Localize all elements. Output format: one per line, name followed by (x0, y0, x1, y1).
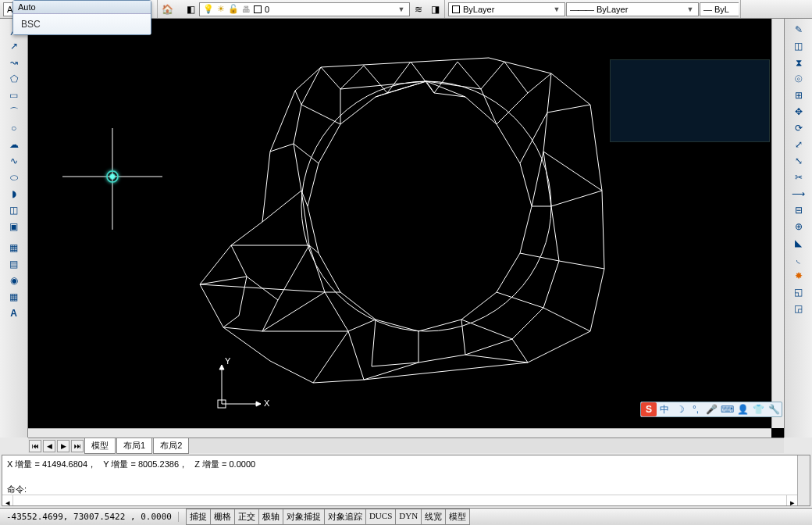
ducs-toggle[interactable]: DUCS (365, 509, 396, 525)
svg-point-2 (301, 81, 551, 331)
break-icon[interactable]: ⊟ (788, 202, 810, 218)
lwt-toggle[interactable]: 线宽 (421, 509, 446, 525)
command-text[interactable]: X 增量 = 41494.6804， Y 增量 = 8005.2386， Z 增… (2, 455, 797, 505)
sogou-icon[interactable]: S (641, 402, 657, 416)
chevron-down-icon: ▼ (686, 5, 695, 13)
ime-lang[interactable]: 中 (657, 402, 672, 416)
front-icon[interactable]: ◱ (788, 284, 810, 300)
ortho-toggle[interactable]: 正交 (234, 509, 259, 525)
tab-prev-icon[interactable]: ◀ (43, 440, 55, 452)
chevron-down-icon: ▼ (397, 5, 406, 13)
mirror-icon[interactable]: ⧗ (788, 55, 810, 70)
back-icon[interactable]: ◲ (788, 301, 810, 316)
stretch-icon[interactable]: ⤡ (788, 153, 810, 169)
tab-layout2[interactable]: 布局2 (153, 438, 189, 454)
rectangle-icon[interactable]: ▭ (3, 88, 25, 103)
fillet-icon[interactable]: ◟ (788, 252, 810, 267)
table-icon[interactable]: ▦ (3, 289, 25, 305)
color-label: ByLayer (463, 5, 494, 14)
preview-panel (610, 59, 770, 142)
make-block-icon[interactable]: ▣ (3, 219, 25, 234)
polar-toggle[interactable]: 极轴 (258, 509, 283, 525)
vertical-scrollbar[interactable] (771, 19, 784, 428)
tab-next-icon[interactable]: ▶ (57, 440, 69, 452)
dyn-toggle[interactable]: DYN (395, 509, 422, 525)
account-icon[interactable]: 👤 (735, 402, 750, 416)
scale-icon[interactable]: ⤢ (788, 137, 810, 152)
trim-icon[interactable]: ✂ (788, 170, 810, 185)
array-icon[interactable]: ⊞ (788, 88, 810, 103)
punct-icon[interactable]: °, (688, 402, 703, 416)
copy-icon[interactable]: ◫ (788, 38, 810, 54)
scroll-left-icon[interactable]: ◂ (2, 495, 13, 505)
tab-layout1[interactable]: 布局1 (116, 438, 152, 454)
revcloud-icon[interactable]: ☁ (3, 137, 25, 152)
offset-icon[interactable]: ⦾ (788, 71, 810, 87)
status-bar: -43552.4699, 73007.5422 , 0.0000 捕捉 栅格 正… (0, 508, 812, 525)
color-combo[interactable]: ByLayer ▼ (448, 2, 565, 16)
mic-icon[interactable]: 🎤 (703, 402, 719, 416)
insert-block-icon[interactable]: ◫ (3, 202, 25, 218)
popup-suggestion[interactable]: BSC (13, 14, 151, 34)
layer-name: 0 (265, 5, 269, 14)
model-toggle[interactable]: 模型 (445, 509, 470, 525)
layer-manager-icon[interactable]: ◧ (183, 2, 198, 17)
horizontal-scrollbar[interactable] (28, 428, 771, 438)
join-icon[interactable]: ⊕ (788, 219, 810, 234)
command-window[interactable]: X 增量 = 41494.6804， Y 增量 = 8005.2386， Z 增… (2, 455, 810, 506)
tab-first-icon[interactable]: ⏮ (29, 440, 41, 452)
sun-icon: ☀ (217, 4, 225, 14)
wrench-icon[interactable]: 🔧 (766, 402, 782, 416)
polygon-icon[interactable]: ⬠ (3, 71, 25, 87)
status-coords: -43552.4699, 73007.5422 , 0.0000 (0, 512, 179, 522)
snap-toggle[interactable]: 捕捉 (186, 509, 211, 525)
svg-text:X: X (264, 398, 270, 408)
skin-icon[interactable]: 👕 (750, 402, 766, 416)
plot-icon: 🖶 (242, 5, 251, 14)
layer-prev-icon[interactable]: ≋ (411, 2, 426, 17)
command-scrollbar[interactable] (797, 455, 810, 505)
hatch-icon[interactable]: ▦ (3, 240, 25, 255)
layer-combo[interactable]: 💡 ☀ 🔓 🖶 0 ▼ (199, 2, 410, 16)
lineweight-combo[interactable]: — ByL (700, 2, 739, 16)
popup-title: Auto (13, 1, 151, 14)
workspace: ╱ ↗ ↝ ⬠ ▭ ⌒ ○ ☁ ∿ ⬭ ◗ ◫ ▣ ▦ ▤ ◉ ▦ A (0, 19, 812, 438)
svg-text:Y: Y (225, 356, 231, 366)
cursor-highlight (106, 170, 119, 183)
ellipse-arc-icon[interactable]: ◗ (3, 186, 25, 202)
rotate-icon[interactable]: ⟳ (788, 120, 810, 136)
linetype-combo[interactable]: ——— ByLayer ▼ (566, 2, 699, 16)
xline-icon[interactable]: ↗ (3, 38, 25, 54)
scroll-right-icon[interactable]: ▸ (786, 495, 797, 505)
text-icon[interactable]: A (3, 305, 25, 321)
ellipse-icon[interactable]: ⬭ (3, 170, 25, 185)
move-icon[interactable]: ✥ (788, 104, 810, 120)
explode-icon[interactable]: ✸ (788, 268, 810, 284)
gradient-icon[interactable]: ▤ (3, 256, 25, 272)
home-icon[interactable]: 🏠 (159, 2, 175, 17)
autocomplete-popup: Auto BSC (12, 0, 151, 35)
drawing-canvas[interactable]: X Y S 中 ☽ °, 🎤 ⌨ 👤 👕 🔧 (28, 19, 784, 438)
polyline-icon[interactable]: ↝ (3, 55, 25, 70)
moon-icon[interactable]: ☽ (672, 402, 688, 416)
line-sample-icon: — (703, 5, 711, 14)
spline-icon[interactable]: ∿ (3, 153, 25, 169)
layer-states-icon[interactable]: ◨ (427, 2, 443, 17)
tab-last-icon[interactable]: ⏭ (71, 440, 84, 452)
otrack-toggle[interactable]: 对象追踪 (324, 509, 366, 525)
extend-icon[interactable]: ⟶ (788, 186, 810, 202)
region-icon[interactable]: ◉ (3, 273, 25, 288)
light-on-icon: 💡 (203, 4, 214, 14)
arc-icon[interactable]: ⌒ (3, 104, 25, 120)
osnap-toggle[interactable]: 对象捕捉 (283, 509, 325, 525)
erase-icon[interactable]: ✎ (788, 22, 810, 38)
color-swatch (452, 5, 460, 13)
keyboard-icon[interactable]: ⌨ (719, 402, 735, 416)
layer-color-swatch (254, 5, 262, 13)
chevron-down-icon: ▼ (552, 5, 561, 13)
circle-icon[interactable]: ○ (3, 120, 25, 136)
linetype-label: ByLayer (597, 5, 628, 14)
chamfer-icon[interactable]: ◣ (788, 235, 810, 251)
tab-model[interactable]: 模型 (84, 438, 116, 454)
grid-toggle[interactable]: 栅格 (210, 509, 235, 525)
